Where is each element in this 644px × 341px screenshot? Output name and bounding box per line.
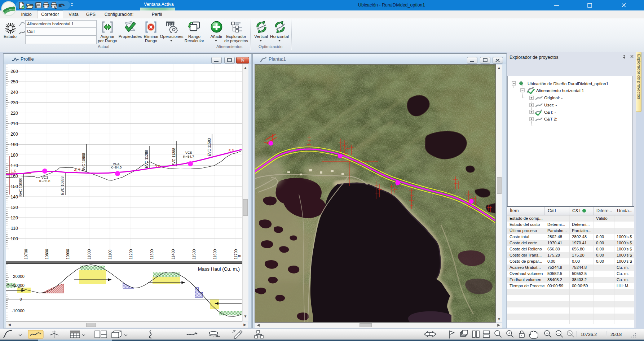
- svg-text:220: 220: [10, 111, 18, 116]
- svg-text:230: 230: [10, 100, 18, 105]
- svg-text:100: 100: [10, 236, 18, 241]
- svg-text:10700: 10700: [24, 249, 28, 259]
- svg-text:130: 130: [10, 205, 18, 210]
- svg-text:C&T: -: C&T: -: [544, 110, 556, 115]
- svg-text:-10000: -10000: [12, 309, 25, 313]
- svg-text:260: 260: [10, 69, 18, 74]
- svg-text:VC5: VC5: [185, 150, 192, 154]
- svg-text:210: 210: [10, 121, 18, 126]
- svg-text:170: 170: [10, 163, 18, 168]
- svg-text:User: -: User: -: [544, 102, 557, 108]
- svg-text:EVC 11288: EVC 11288: [145, 150, 149, 168]
- svg-text:11200: 11200: [129, 249, 133, 259]
- svg-text:K=84.7: K=84.7: [183, 154, 194, 158]
- svg-text:250.8: 250.8: [610, 332, 622, 337]
- svg-text:11000: 11000: [87, 249, 91, 259]
- svg-text:180: 180: [10, 153, 18, 158]
- svg-text:120: 120: [10, 215, 18, 220]
- svg-text:K=85.0: K=85.0: [39, 179, 50, 183]
- svg-text:250: 250: [10, 79, 18, 84]
- svg-text:190: 190: [10, 142, 18, 147]
- svg-text:Alineamiento horizontal 1: Alineamiento horizontal 1: [536, 88, 584, 93]
- svg-text:10736.2: 10736.2: [581, 332, 597, 337]
- svg-text:BVC 11388: BVC 11388: [172, 148, 176, 166]
- svg-text:BVC 10688: BVC 10688: [19, 178, 23, 197]
- svg-text:11100: 11100: [108, 249, 112, 259]
- svg-text:1.6: 1.6: [11, 169, 16, 173]
- svg-text:10900: 10900: [66, 249, 70, 259]
- svg-text:10000: 10000: [13, 283, 25, 288]
- svg-text:EVC 11583: EVC 11583: [207, 138, 211, 156]
- svg-text:140: 140: [10, 194, 18, 200]
- svg-text:EVC 10888: EVC 10888: [61, 176, 65, 195]
- svg-text:150: 150: [10, 184, 18, 189]
- svg-text:BVC 10988: BVC 10988: [82, 153, 86, 171]
- svg-text:C&T 2:: C&T 2:: [544, 117, 557, 122]
- svg-text:11700: 11700: [234, 249, 238, 259]
- svg-text:K=84.0: K=84.0: [111, 165, 122, 169]
- svg-text:m: m: [238, 253, 241, 258]
- svg-text:Mass Haul (Cu. m.): Mass Haul (Cu. m.): [198, 266, 240, 272]
- svg-text:11600: 11600: [213, 249, 217, 259]
- svg-text:11400: 11400: [171, 249, 175, 259]
- svg-text:Original: -: Original: -: [544, 95, 563, 100]
- svg-text:11500: 11500: [192, 249, 196, 259]
- svg-text:0: 0: [20, 297, 22, 301]
- svg-text:200: 200: [10, 132, 18, 137]
- svg-text:10800: 10800: [45, 249, 49, 259]
- svg-text:20000: 20000: [13, 274, 25, 279]
- svg-text:Ubicación de Diseño RuralDivid: Ubicación de Diseño RuralDivided_option1: [528, 81, 608, 86]
- svg-text:240: 240: [10, 90, 18, 95]
- svg-text:110: 110: [11, 226, 18, 231]
- svg-text:11300: 11300: [150, 249, 154, 259]
